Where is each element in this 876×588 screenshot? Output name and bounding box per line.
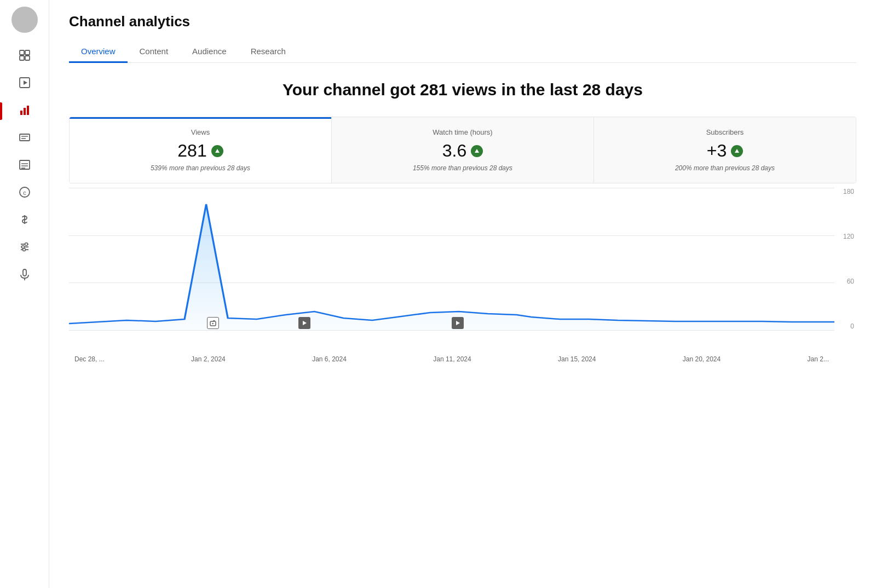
metric-views[interactable]: Views 281 539% more than previous 28 day… xyxy=(70,117,332,183)
avatar[interactable] xyxy=(11,7,38,33)
customization-icon xyxy=(19,241,31,255)
tab-research[interactable]: Research xyxy=(239,41,298,63)
subscribers-label: Subscribers xyxy=(607,128,843,136)
watchtime-up-badge xyxy=(471,145,483,157)
metric-subscribers[interactable]: Subscribers +3 200% more than previous 2… xyxy=(594,117,856,183)
audio-icon xyxy=(19,268,31,283)
sidebar-item-comments[interactable] xyxy=(0,125,49,152)
svg-rect-8 xyxy=(27,106,29,115)
page-title: Channel analytics xyxy=(69,13,856,30)
x-label-jan6: Jan 6, 2024 xyxy=(312,355,347,363)
x-label-jan2end: Jan 2... xyxy=(808,355,829,363)
svg-rect-2 xyxy=(20,56,24,60)
video-marker-1[interactable] xyxy=(298,317,310,329)
comments-icon xyxy=(19,131,31,146)
watchtime-change: 155% more than previous 28 days xyxy=(345,164,580,172)
views-up-badge xyxy=(211,145,223,157)
views-change: 539% more than previous 28 days xyxy=(83,164,318,172)
svg-marker-32 xyxy=(212,323,214,325)
svg-rect-6 xyxy=(20,111,22,115)
views-label: Views xyxy=(83,128,318,136)
svg-rect-25 xyxy=(23,269,26,276)
subscribers-change: 200% more than previous 28 days xyxy=(607,164,843,172)
views-chart xyxy=(69,188,834,330)
subscribers-up-badge xyxy=(731,145,743,157)
video-marker-2[interactable] xyxy=(452,317,464,329)
subscribers-value-row: +3 xyxy=(607,141,843,161)
monetization-icon xyxy=(19,214,31,228)
x-label-dec28: Dec 28, ... xyxy=(74,355,105,363)
views-headline: Your channel got 281 views in the last 2… xyxy=(69,80,856,99)
copyright-icon: c xyxy=(19,186,31,200)
watchtime-value-row: 3.6 xyxy=(345,141,580,161)
svg-marker-34 xyxy=(456,321,460,325)
svg-rect-9 xyxy=(20,134,30,141)
tab-overview[interactable]: Overview xyxy=(69,41,128,63)
sidebar-item-audio[interactable] xyxy=(0,262,49,289)
sidebar-item-copyright[interactable]: c xyxy=(0,180,49,207)
y-label-60: 60 xyxy=(847,278,854,285)
svg-rect-7 xyxy=(24,108,26,115)
sidebar-item-subtitles[interactable] xyxy=(0,152,49,180)
svg-point-24 xyxy=(22,249,25,251)
x-label-jan20: Jan 20, 2024 xyxy=(683,355,721,363)
views-value: 281 xyxy=(177,141,206,161)
y-label-120: 120 xyxy=(843,233,854,240)
svg-marker-33 xyxy=(303,321,307,325)
subtitles-icon xyxy=(19,159,31,173)
views-value-row: 281 xyxy=(83,141,318,161)
sidebar-item-monetization[interactable] xyxy=(0,207,49,234)
tab-content[interactable]: Content xyxy=(128,41,181,63)
x-label-jan11: Jan 11, 2024 xyxy=(433,355,471,363)
x-label-jan15: Jan 15, 2024 xyxy=(558,355,596,363)
svg-marker-29 xyxy=(735,149,739,153)
grid-line-bottom xyxy=(69,330,834,331)
metrics-row: Views 281 539% more than previous 28 day… xyxy=(69,117,856,183)
svg-point-20 xyxy=(21,246,24,249)
chart-svg-wrapper xyxy=(69,188,834,330)
svg-text:c: c xyxy=(23,189,26,196)
svg-rect-0 xyxy=(20,50,24,55)
svg-rect-3 xyxy=(25,56,30,60)
svg-point-22 xyxy=(25,243,27,246)
watchtime-value: 3.6 xyxy=(442,141,466,161)
sidebar-item-dashboard[interactable] xyxy=(0,43,49,70)
x-axis-labels: Dec 28, ... Jan 2, 2024 Jan 6, 2024 Jan … xyxy=(69,355,834,363)
y-axis-labels: 180 120 60 0 xyxy=(843,188,856,330)
watchtime-label: Watch time (hours) xyxy=(345,128,580,136)
tab-audience[interactable]: Audience xyxy=(180,41,239,63)
sidebar-item-content[interactable] xyxy=(0,70,49,97)
dashboard-icon xyxy=(19,49,31,64)
main-content: Channel analytics Overview Content Audie… xyxy=(49,0,876,588)
svg-rect-1 xyxy=(25,50,30,55)
x-label-jan2: Jan 2, 2024 xyxy=(191,355,226,363)
subscribers-value: +3 xyxy=(707,141,727,161)
svg-marker-5 xyxy=(24,80,27,85)
chart-container: 180 120 60 0 xyxy=(69,188,856,363)
svg-marker-27 xyxy=(215,149,220,153)
analytics-icon xyxy=(19,104,31,118)
y-label-180: 180 xyxy=(843,188,854,195)
y-label-0: 0 xyxy=(850,322,854,330)
video-marker-shorts[interactable] xyxy=(207,317,219,329)
sidebar-item-customization[interactable] xyxy=(0,234,49,262)
metric-watchtime[interactable]: Watch time (hours) 3.6 155% more than pr… xyxy=(332,117,594,183)
sidebar: c xyxy=(0,0,49,588)
video-markers xyxy=(69,317,834,330)
tabs-container: Overview Content Audience Research xyxy=(69,41,856,63)
sidebar-item-analytics[interactable] xyxy=(0,97,49,125)
svg-marker-28 xyxy=(475,149,479,153)
content-icon xyxy=(19,77,31,91)
